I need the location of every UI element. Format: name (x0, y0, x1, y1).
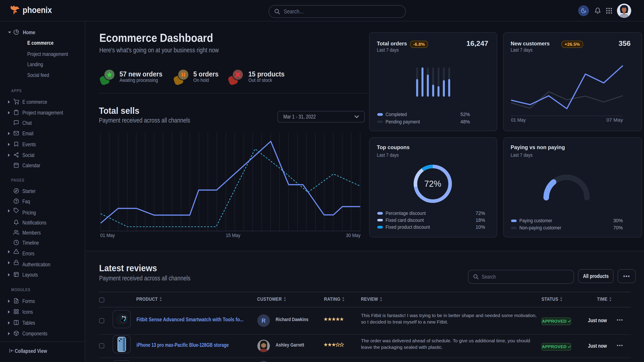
svg-text:72%: 72% (424, 179, 441, 188)
